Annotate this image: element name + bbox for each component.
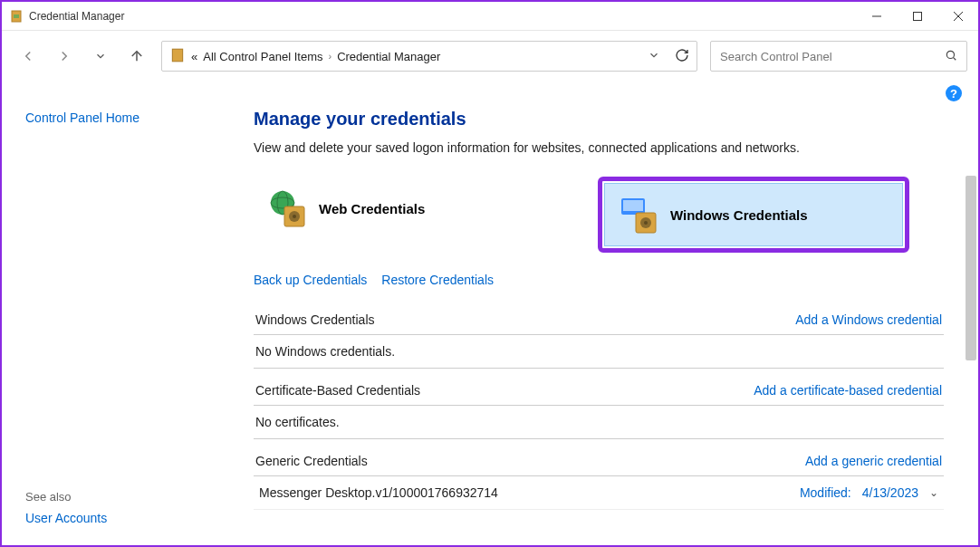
windows-credentials-label: Windows Credentials	[670, 207, 808, 223]
nav-forward-button[interactable]	[49, 41, 80, 72]
credential-name: Messenger Desktop.v1/100001766932714	[259, 485, 498, 500]
section-empty-text: No certificates.	[254, 406, 944, 439]
globe-safe-icon	[268, 188, 308, 228]
generic-credentials-section: Generic Credentials Add a generic creden…	[254, 446, 944, 510]
page-description: View and delete your saved logon informa…	[254, 140, 944, 155]
chevron-right-icon: ›	[328, 51, 331, 62]
window-controls	[856, 3, 978, 30]
svg-rect-16	[623, 200, 643, 211]
recent-dropdown-icon[interactable]	[85, 41, 116, 72]
web-credentials-label: Web Credentials	[319, 201, 425, 216]
restore-credentials-link[interactable]: Restore Credentials	[381, 273, 494, 287]
address-bar[interactable]: « All Control Panel Items › Credential M…	[161, 41, 697, 72]
minimize-button[interactable]	[856, 3, 897, 30]
svg-point-14	[293, 215, 296, 218]
svg-rect-3	[913, 12, 921, 20]
see-also-label: See also	[25, 490, 237, 504]
section-title: Certificate-Based Credentials	[255, 383, 420, 398]
search-box[interactable]	[710, 41, 967, 72]
search-input[interactable]	[720, 50, 945, 63]
web-credentials-tile[interactable]: Web Credentials	[254, 177, 543, 240]
windows-credentials-section: Windows Credentials Add a Windows creden…	[254, 305, 944, 369]
breadcrumb-item[interactable]: Credential Manager	[337, 50, 440, 63]
toolbar: « All Control Panel Items › Credential M…	[2, 31, 978, 82]
backup-credentials-link[interactable]: Back up Credentials	[254, 273, 367, 287]
svg-rect-6	[172, 49, 182, 62]
credential-type-tiles: Web Credentials Windows Credentials	[254, 177, 944, 253]
highlight-box: Windows Credentials	[598, 177, 909, 253]
window-title: Credential Manager	[29, 10, 856, 23]
credential-row[interactable]: Messenger Desktop.v1/100001766932714 Mod…	[254, 476, 944, 510]
breadcrumb-prefix: «	[191, 50, 197, 63]
search-icon[interactable]	[945, 49, 957, 64]
content-area: ? Control Panel Home See also User Accou…	[2, 82, 978, 545]
section-title: Windows Credentials	[255, 312, 375, 327]
svg-point-7	[946, 51, 954, 58]
user-accounts-link[interactable]: User Accounts	[25, 511, 237, 525]
control-panel-home-link[interactable]: Control Panel Home	[25, 110, 237, 125]
svg-line-8	[954, 57, 956, 60]
page-title: Manage your credentials	[254, 109, 944, 130]
refresh-button[interactable]	[675, 48, 689, 65]
folder-icon	[169, 47, 186, 66]
modified-date: 4/13/2023	[862, 485, 918, 500]
modified-label: Modified:	[800, 485, 851, 500]
nav-up-button[interactable]	[121, 41, 152, 72]
breadcrumb-item[interactable]: All Control Panel Items	[203, 50, 322, 63]
add-windows-credential-link[interactable]: Add a Windows credential	[795, 312, 942, 327]
action-links: Back up Credentials Restore Credentials	[254, 273, 944, 287]
svg-point-19	[644, 221, 648, 225]
add-generic-credential-link[interactable]: Add a generic credential	[805, 454, 942, 468]
maximize-button[interactable]	[897, 3, 937, 30]
close-button[interactable]	[937, 3, 978, 30]
chevron-down-icon[interactable]: ⌄	[929, 486, 938, 499]
monitor-safe-icon	[620, 195, 659, 235]
add-certificate-credential-link[interactable]: Add a certificate-based credential	[754, 383, 942, 398]
section-title: Generic Credentials	[255, 454, 368, 468]
windows-credentials-tile[interactable]: Windows Credentials	[604, 183, 903, 246]
sidebar: Control Panel Home See also User Account…	[2, 82, 237, 545]
main-panel: Manage your credentials View and delete …	[237, 82, 978, 545]
certificate-credentials-section: Certificate-Based Credentials Add a cert…	[254, 376, 944, 439]
svg-rect-1	[14, 14, 19, 18]
nav-back-button[interactable]	[13, 41, 43, 72]
address-dropdown-icon[interactable]	[648, 49, 660, 64]
titlebar: Credential Manager	[2, 2, 978, 31]
section-empty-text: No Windows credentials.	[254, 335, 944, 369]
app-icon	[9, 9, 24, 24]
